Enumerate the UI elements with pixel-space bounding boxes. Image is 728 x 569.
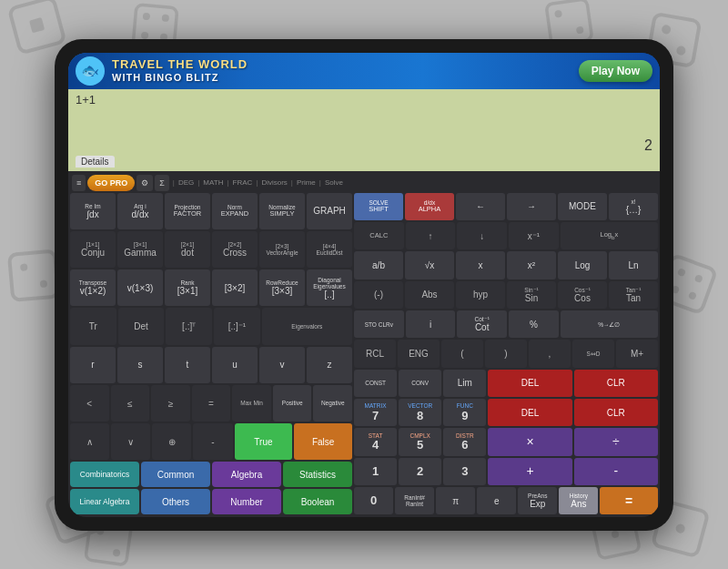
key-positive[interactable]: Positive	[273, 385, 312, 422]
key-m-plus[interactable]: M+	[616, 340, 658, 367]
settings-button[interactable]: ⚙	[136, 175, 153, 191]
key-i[interactable]: i	[406, 310, 456, 338]
key-sin[interactable]: Sin⁻¹Sin	[507, 281, 556, 309]
key-conju[interactable]: [1×1]Conju	[70, 231, 116, 268]
key-v12[interactable]: Transposev(1×2)	[70, 269, 116, 306]
key-ans[interactable]: HistoryAns	[559, 487, 598, 514]
key-det[interactable]: Det	[118, 308, 165, 344]
key-colon-t[interactable]: [.:]ᵀ	[166, 308, 212, 344]
key-tr[interactable]: Tr	[70, 308, 116, 344]
cat-combinatorics[interactable]: Combinatorics	[70, 462, 139, 487]
key-gamma[interactable]: [3×1]Gamma	[117, 231, 163, 268]
key-v13[interactable]: v(1×3)	[117, 269, 163, 306]
key-false[interactable]: False	[294, 423, 352, 460]
key-cot[interactable]: Cot⁻¹Cot	[457, 310, 507, 338]
key-z[interactable]: z	[307, 347, 352, 383]
key-x2[interactable]: x²	[507, 251, 556, 279]
key-divide[interactable]: ÷	[574, 428, 658, 455]
key-negative[interactable]: Negative	[313, 385, 352, 422]
key-32[interactable]: [3×2]	[212, 269, 258, 306]
key-braces[interactable]: x!{…}	[609, 193, 658, 220]
key-pi[interactable]: π	[436, 487, 475, 514]
key-del-large[interactable]: DEL	[488, 399, 571, 426]
key-or[interactable]: ∨	[111, 423, 150, 460]
key-factor[interactable]: ProjectionFACTOR	[165, 193, 210, 229]
sigma-button[interactable]: Σ	[155, 175, 169, 191]
key-clr[interactable]: CLR	[574, 370, 658, 397]
key-vector-angle[interactable]: [2×3]VectorAngle	[259, 231, 305, 268]
key-1[interactable]: 1	[354, 458, 397, 485]
key-s-d[interactable]: S⇔D	[572, 340, 614, 367]
key-s[interactable]: s	[117, 347, 163, 383]
key-clr-large[interactable]: CLR	[574, 399, 658, 426]
key-log-base[interactable]: Logbx	[561, 222, 658, 249]
key-exp[interactable]: PreAnsExp	[518, 487, 557, 514]
key-const[interactable]: CONST	[354, 370, 397, 397]
key-percent[interactable]: %	[509, 310, 559, 338]
key-t[interactable]: t	[165, 347, 210, 383]
key-and[interactable]: ∧	[70, 423, 109, 460]
cat-number[interactable]: Number	[212, 489, 281, 514]
key-7[interactable]: MATRIX 7	[354, 399, 397, 426]
key-expand[interactable]: NormEXPAND	[212, 193, 258, 229]
key-mode[interactable]: MODE	[558, 193, 607, 220]
key-left-arrow[interactable]: ←	[456, 193, 505, 220]
key-hyp[interactable]: hyp	[456, 281, 505, 309]
key-euclid-dist[interactable]: [4×4]EuclidDist	[307, 231, 352, 268]
key-multiply[interactable]: ×	[488, 428, 571, 455]
key-neg[interactable]: (-)	[354, 281, 403, 309]
key-u[interactable]: u	[212, 347, 258, 383]
gopro-button[interactable]: GO PRO	[87, 175, 135, 191]
key-del[interactable]: DEL	[488, 370, 571, 397]
key-2[interactable]: 2	[399, 458, 441, 485]
key-9[interactable]: FUNC 9	[443, 399, 486, 426]
key-calc[interactable]: CALC	[354, 222, 404, 249]
key-comma[interactable]: ,	[529, 340, 571, 367]
key-down-arrow[interactable]: ↓	[457, 222, 507, 249]
key-abs[interactable]: Abs	[405, 281, 454, 309]
cat-others[interactable]: Others	[141, 489, 210, 514]
key-x-inv[interactable]: x⁻¹	[509, 222, 559, 249]
key-alpha[interactable]: d/dxALPHA	[405, 193, 454, 220]
key-ge[interactable]: ≥	[151, 385, 190, 422]
key-4[interactable]: STAT 4	[354, 428, 397, 455]
key-v[interactable]: v	[259, 347, 305, 383]
key-6[interactable]: DISTR 6	[443, 428, 486, 455]
key-tan[interactable]: Tan⁻¹Tan	[609, 281, 658, 309]
key-log[interactable]: Log	[558, 251, 607, 279]
key-conv[interactable]: CONV	[399, 370, 441, 397]
key-colon-inv[interactable]: [.:]⁻¹	[214, 308, 260, 344]
key-ln[interactable]: Ln	[609, 251, 658, 279]
key-maxmin[interactable]: Max Min	[232, 385, 271, 422]
key-equals[interactable]: =	[600, 487, 658, 514]
key-integral[interactable]: Re Im∫dx	[70, 193, 116, 229]
key-lim[interactable]: Lim	[443, 370, 486, 397]
key-eigenvalors[interactable]: Eigenvalors	[262, 308, 352, 344]
key-eng[interactable]: ENG	[398, 340, 440, 367]
key-eq[interactable]: =	[192, 385, 231, 422]
key-x[interactable]: x	[456, 251, 505, 279]
key-simply[interactable]: NormalizeSIMPLY	[259, 193, 305, 229]
key-31[interactable]: Rank[3×1]	[165, 269, 210, 306]
menu-button[interactable]: ≡	[72, 175, 86, 191]
key-sqrt[interactable]: √x	[405, 251, 454, 279]
key-dots[interactable]: Diagonal Eigenvalues[..]	[307, 269, 352, 306]
cat-statistics[interactable]: Statistics	[283, 462, 352, 487]
key-open-paren[interactable]: (	[441, 340, 483, 367]
key-dot[interactable]: [2×1]dot	[165, 231, 210, 268]
key-3[interactable]: 3	[443, 458, 486, 485]
cat-common[interactable]: Common	[141, 462, 210, 487]
key-up-arrow[interactable]: ↑	[406, 222, 456, 249]
key-8[interactable]: VECTOR 8	[399, 399, 441, 426]
key-0[interactable]: 0	[354, 487, 393, 514]
cat-boolean[interactable]: Boolean	[283, 489, 352, 514]
key-5[interactable]: CMPLX 5	[399, 428, 441, 455]
key-shift[interactable]: SOLVESHIFT	[354, 193, 403, 220]
key-e[interactable]: e	[477, 487, 516, 514]
key-rcl[interactable]: RCL	[354, 340, 396, 367]
key-le[interactable]: ≤	[111, 385, 150, 422]
key-frac[interactable]: a/b	[354, 251, 403, 279]
key-right-arrow2[interactable]: %→∠∅	[561, 310, 658, 338]
key-plus[interactable]: +	[488, 458, 571, 485]
key-close-paren[interactable]: )	[485, 340, 527, 367]
